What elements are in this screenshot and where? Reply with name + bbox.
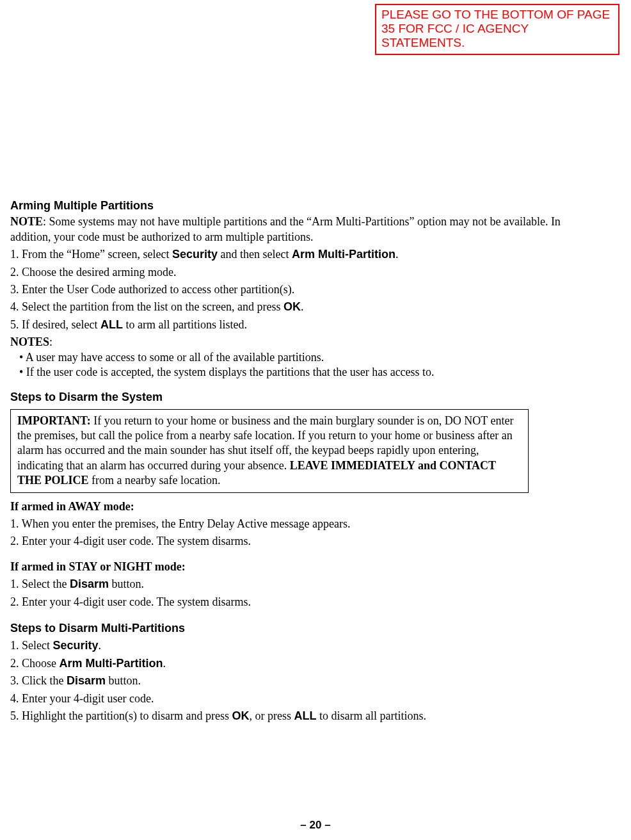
keyword-disarm: Disarm bbox=[70, 578, 109, 590]
text: 3. Click the bbox=[10, 674, 67, 687]
s5-step-4: 4. Enter your 4-digit user code. bbox=[10, 691, 567, 706]
text: 5. If desired, select bbox=[10, 318, 100, 331]
text: : bbox=[49, 335, 52, 348]
s4-step-1: 1. Select the Disarm button. bbox=[10, 577, 567, 592]
note-body: : Some systems may not have multiple par… bbox=[10, 215, 561, 243]
callout-banner: PLEASE GO TO THE BOTTOM OF PAGE 35 FOR F… bbox=[375, 4, 619, 55]
text: . bbox=[301, 300, 304, 313]
text: button. bbox=[109, 578, 144, 590]
s1-step-1: 1. From the “Home” screen, select Securi… bbox=[10, 247, 567, 262]
s3-step-2: 2. Enter your 4-digit user code. The sys… bbox=[10, 534, 567, 549]
s5-step-3: 3. Click the Disarm button. bbox=[10, 674, 567, 688]
keyword-security: Security bbox=[52, 639, 98, 652]
important-text-2: from a nearby safe location. bbox=[89, 474, 221, 487]
keyword-arm-multi-partition: Arm Multi-Partition bbox=[292, 248, 395, 261]
s1-step-4: 4. Select the partition from the list on… bbox=[10, 300, 567, 314]
page-body: Arming Multiple Partitions NOTE: Some sy… bbox=[0, 198, 631, 726]
keyword-disarm: Disarm bbox=[67, 674, 106, 687]
text: . bbox=[99, 639, 102, 652]
notes-header: NOTES: bbox=[10, 335, 567, 350]
s1-step-2: 2. Choose the desired arming mode. bbox=[10, 265, 567, 280]
keyword-all: ALL bbox=[294, 709, 316, 722]
s1-step-5: 5. If desired, select ALL to arm all par… bbox=[10, 318, 567, 332]
page-number: – 20 – bbox=[0, 818, 631, 832]
heading-away-mode: If armed in AWAY mode: bbox=[10, 499, 567, 514]
text: , or press bbox=[249, 709, 294, 722]
heading-steps-to-disarm: Steps to Disarm the System bbox=[10, 390, 567, 405]
text: 1. Select bbox=[10, 639, 52, 652]
text: 5. Highlight the partition(s) to disarm … bbox=[10, 709, 232, 722]
note-text: NOTE: Some systems may not have multiple… bbox=[10, 214, 567, 245]
keyword-ok: OK bbox=[232, 709, 249, 722]
note-label: NOTE bbox=[10, 215, 43, 228]
important-box: IMPORTANT: If you return to your home or… bbox=[10, 409, 529, 493]
heading-stay-night-mode: If armed in STAY or NIGHT mode: bbox=[10, 560, 567, 574]
s1-step-3: 3. Enter the User Code authorized to acc… bbox=[10, 282, 567, 297]
text: button. bbox=[106, 674, 141, 687]
heading-steps-to-disarm-multi: Steps to Disarm Multi-Partitions bbox=[10, 621, 567, 636]
s4-step-2: 2. Enter your 4-digit user code. The sys… bbox=[10, 595, 567, 610]
keyword-security: Security bbox=[172, 248, 218, 261]
text: to arm all partitions listed. bbox=[123, 318, 247, 331]
text: . bbox=[395, 248, 399, 261]
s5-step-1: 1. Select Security. bbox=[10, 638, 567, 653]
text: 1. Select the bbox=[10, 578, 70, 590]
text: 1. From the “Home” screen, select bbox=[10, 248, 172, 261]
keyword-arm-multi-partition: Arm Multi-Partition bbox=[60, 657, 163, 670]
s5-step-5: 5. Highlight the partition(s) to disarm … bbox=[10, 709, 567, 723]
keyword-ok: OK bbox=[284, 300, 301, 313]
text: 2. Choose bbox=[10, 657, 60, 670]
notes-label: NOTES bbox=[10, 335, 49, 348]
text: 4. Select the partition from the list on… bbox=[10, 300, 284, 313]
s3-step-1: 1. When you enter the premises, the Entr… bbox=[10, 517, 567, 531]
notes-bullet-2: • If the user code is accepted, the syst… bbox=[10, 365, 567, 380]
text: . bbox=[163, 657, 166, 670]
important-label: IMPORTANT: bbox=[17, 414, 91, 427]
heading-arming-multiple-partitions: Arming Multiple Partitions bbox=[10, 198, 567, 213]
text: and then select bbox=[218, 248, 292, 261]
keyword-all: ALL bbox=[100, 318, 123, 331]
notes-bullet-1: • A user may have access to some or all … bbox=[10, 350, 567, 365]
s5-step-2: 2. Choose Arm Multi-Partition. bbox=[10, 656, 567, 671]
text: to disarm all partitions. bbox=[316, 709, 426, 722]
